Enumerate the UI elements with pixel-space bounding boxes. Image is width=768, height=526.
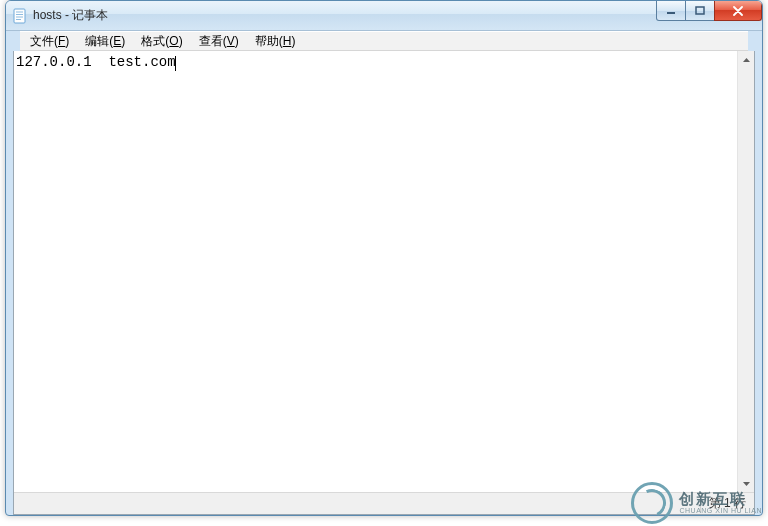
svg-rect-6 [696, 7, 704, 14]
notepad-app-icon [12, 8, 28, 24]
titlebar[interactable]: hosts - 记事本 [6, 1, 762, 31]
maximize-button[interactable] [685, 1, 715, 21]
cursor-position: 第 1 行 [709, 495, 746, 512]
menu-edit[interactable]: 编辑(E) [77, 31, 133, 52]
menubar: 文件(F) 编辑(E) 格式(O) 查看(V) 帮助(H) [20, 31, 748, 51]
editor-content: 127.0.0.1 test.com [16, 54, 176, 70]
minimize-button[interactable] [656, 1, 686, 21]
menu-file[interactable]: 文件(F) [22, 31, 77, 52]
client-area: 127.0.0.1 test.com 第 1 行 [13, 51, 755, 515]
close-button[interactable] [714, 1, 762, 21]
statusbar: 第 1 行 [14, 492, 754, 514]
scroll-up-arrow-icon[interactable] [738, 51, 754, 68]
status-separator [700, 496, 701, 512]
svg-rect-5 [667, 12, 675, 14]
notepad-window: hosts - 记事本 文件(F) 编辑(E) 格式(O) 查看(V) 帮助(H [5, 0, 763, 516]
text-caret [175, 56, 176, 71]
text-editor[interactable]: 127.0.0.1 test.com [14, 51, 737, 492]
scroll-down-arrow-icon[interactable] [738, 475, 754, 492]
window-title: hosts - 记事本 [33, 7, 108, 24]
window-controls [657, 1, 762, 21]
menu-help[interactable]: 帮助(H) [247, 31, 304, 52]
scroll-track[interactable] [738, 68, 754, 475]
menu-view[interactable]: 查看(V) [191, 31, 247, 52]
vertical-scrollbar[interactable] [737, 51, 754, 492]
svg-rect-0 [14, 9, 25, 23]
menu-format[interactable]: 格式(O) [133, 31, 190, 52]
